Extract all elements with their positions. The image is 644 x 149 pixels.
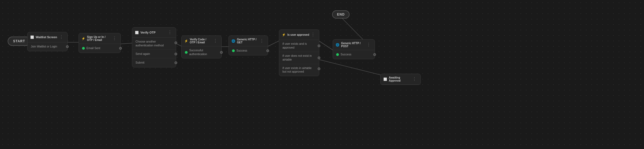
is-user-out-3 [318,67,320,70]
signup-row-1: Email Sent [79,44,121,53]
screen-icon: ⬜ [30,35,34,39]
is-user-out-2 [318,56,320,59]
verify-otp-header: ⬜ Verify OTP ⋮ [132,28,176,38]
verify-otp-node: ⬜ Verify OTP ⋮ Choose another authentica… [132,27,176,67]
is-user-approved-node: ⚡ Is user approved ⋮ if user exists and … [279,29,319,76]
generic-get-row-1: Success [229,46,268,55]
generic-get-node: 🌐 Generic HTTP / GET ⋮ Success [228,35,268,55]
generic-post-icon: 🌐 [336,43,339,47]
verify-otp-out-1 [174,41,177,44]
svg-line-2 [120,43,133,44]
is-user-row-2: if user does not exist in airtable [279,52,319,64]
waitlist-header: ⬜ Waitlist Screen ⋮ [28,32,67,42]
waitlist-body: Join Waitlist or Login [28,42,67,51]
end-node: END [332,10,350,19]
verify-otp-body: Choose another authentication method Sen… [132,38,176,67]
generic-get-body: Success [229,46,268,55]
auth-success-dot [185,51,188,54]
is-user-approved-title: ⚡ Is user approved [282,33,309,37]
verify-otp-more-button[interactable]: ⋮ [167,30,173,35]
is-user-row-1: if user exists and is approved [279,40,319,52]
verify-code-more-button[interactable]: ⋮ [212,38,219,44]
signup-out-connector [119,47,122,50]
generic-post-header: 🌐 Generic HTTP / POST ⋮ [333,40,375,50]
awaiting-approval-more-button[interactable]: ⋮ [411,76,418,82]
is-user-approved-body: if user exists and is approved if user d… [279,40,319,76]
signup-title: ⚡ Sign Up or In / OTP / Email [82,35,111,41]
is-user-approved-more-button[interactable]: ⋮ [310,32,316,37]
svg-line-5 [267,41,279,47]
verify-otp-row-2: Send again [132,50,176,58]
waitlist-row-1: Join Waitlist or Login [28,42,67,51]
generic-post-body: Success [333,50,375,59]
awaiting-approval-icon: ⬜ [383,78,387,81]
verify-code-row-1: Successful authentication [182,46,221,58]
generic-get-header: 🌐 Generic HTTP / GET ⋮ [229,36,268,46]
verify-otp-icon: ⬜ [135,31,139,34]
is-user-row-3: if user exists in airtable but not appro… [279,64,319,76]
generic-post-out-connector [373,53,376,56]
verify-otp-out-2 [174,53,177,55]
waitlist-title: ⬜ Waitlist Screen [30,35,57,39]
generic-get-out-connector [266,49,269,52]
generic-post-title: 🌐 Generic HTTP / POST [336,42,365,48]
awaiting-approval-header: ⬜ Awaiting Approval ⋮ [381,74,420,85]
signup-header: ⚡ Sign Up or In / OTP / Email ⋮ [79,33,121,44]
verify-code-out-connector [220,51,223,54]
signup-body: Email Sent [79,44,121,53]
generic-get-icon: 🌐 [231,39,235,43]
bolt-icon: ⚡ [82,37,85,40]
generic-post-node: 🌐 Generic HTTP / POST ⋮ Success [333,39,375,59]
is-user-icon: ⚡ [282,33,286,37]
awaiting-approval-title: ⬜ Awaiting Approval [383,76,411,82]
is-user-approved-header: ⚡ Is user approved ⋮ [279,30,319,40]
verify-otp-title: ⬜ Verify OTP [135,31,156,34]
generic-post-row-1: Success [333,50,375,59]
signup-node: ⚡ Sign Up or In / OTP / Email ⋮ Email Se… [79,33,121,53]
end-label: END [337,13,345,16]
get-success-dot [232,49,235,52]
verify-code-node: ⚡ Verify Code / OTP / Email ⋮ Successful… [181,35,222,58]
is-user-out-1 [318,44,320,47]
waitlist-more-button[interactable]: ⋮ [58,34,65,40]
awaiting-approval-node: ⬜ Awaiting Approval ⋮ [380,74,421,85]
waitlist-screen-node: ⬜ Waitlist Screen ⋮ Join Waitlist or Log… [27,32,68,51]
signup-more-button[interactable]: ⋮ [111,36,118,41]
verify-otp-out-3 [174,61,177,64]
verify-otp-row-1: Choose another authentication method [132,38,176,50]
waitlist-out-connector [66,45,69,48]
verify-code-body: Successful authentication [182,46,221,58]
verify-code-title: ⚡ Verify Code / OTP / Email [184,38,212,44]
post-success-dot [336,53,339,56]
verify-code-header: ⚡ Verify Code / OTP / Email ⋮ [182,36,221,46]
verify-otp-row-3: Submit [132,58,176,67]
generic-get-more-button[interactable]: ⋮ [258,38,265,44]
verify-code-icon: ⚡ [184,39,188,43]
start-label: START [13,39,25,43]
generic-post-more-button[interactable]: ⋮ [365,42,372,47]
generic-get-title: 🌐 Generic HTTP / GET [231,38,258,44]
email-sent-dot [82,47,85,50]
